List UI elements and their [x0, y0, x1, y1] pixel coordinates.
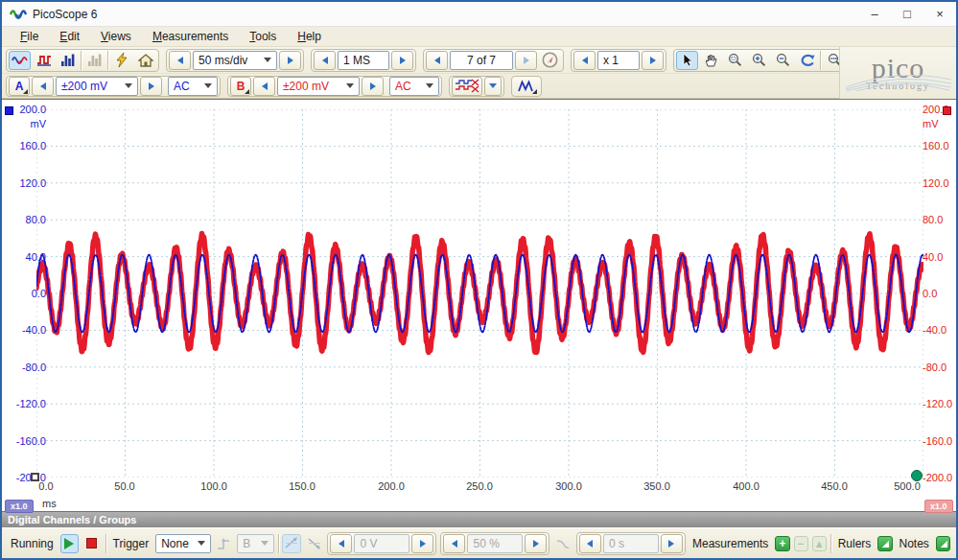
channel-offset-marker-low[interactable] [31, 473, 39, 481]
rulers-toggle-button[interactable] [877, 536, 892, 551]
digital-inputs-button[interactable] [452, 77, 482, 96]
scope-mode-button[interactable] [9, 51, 31, 70]
samples-input[interactable]: 1 MS [338, 51, 389, 70]
x-scale-badge-right[interactable]: x1.0 [924, 500, 953, 513]
holdoff-up-button[interactable] [661, 534, 683, 553]
digital-inputs-group [449, 76, 504, 97]
timebase-select[interactable]: 50 ms/div [193, 51, 277, 70]
buffer-next-button[interactable] [515, 51, 537, 70]
hand-tool-button[interactable] [700, 51, 722, 70]
y-axis-label-right: 200.0 [923, 104, 958, 115]
menu-measurements[interactable]: Measurements [144, 28, 237, 45]
chevron-down-icon [264, 58, 271, 62]
persistence-mode-button[interactable] [33, 51, 55, 70]
trigger-mode-select[interactable]: None [155, 534, 211, 553]
buffer-overview-button[interactable] [539, 51, 561, 70]
zoom-factor-indicator[interactable]: x 1 [597, 51, 640, 70]
menu-edit[interactable]: Edit [51, 28, 88, 45]
close-button[interactable]: × [923, 2, 956, 26]
edit-measurement-button[interactable]: ▲ [812, 536, 827, 551]
digital-inputs-icon [455, 79, 479, 93]
channel-offset-marker-green[interactable] [911, 470, 923, 481]
x-scale-badge-left[interactable]: x1.0 [5, 500, 34, 513]
trigger-level-up-button[interactable] [411, 534, 433, 553]
zoom-in-button[interactable] [748, 51, 770, 70]
notes-toggle-button[interactable] [936, 536, 950, 551]
undo-zoom-button[interactable] [796, 51, 818, 70]
y-axis-label-right: -160.0 [923, 435, 958, 447]
pre-trigger-input[interactable]: 50 % [467, 534, 523, 553]
timebase-increase-button[interactable] [279, 51, 301, 70]
buffer-indicator[interactable]: 7 of 7 [450, 51, 513, 70]
trigger-level-input[interactable]: 0 V [354, 534, 409, 553]
marquee-zoom-icon [728, 53, 742, 67]
channel-a-offset-marker[interactable] [5, 106, 13, 115]
zoom-decrease-button[interactable] [573, 51, 596, 70]
channel-a-range-up-button[interactable] [140, 77, 162, 96]
corner-menu-icon [23, 89, 28, 94]
remove-measurement-button[interactable]: − [794, 536, 808, 551]
holdoff-down-button[interactable] [579, 534, 601, 553]
channel-b-range-select[interactable]: ±200 mV [277, 77, 360, 96]
pre-trigger-up-button[interactable] [525, 534, 547, 553]
pre-trigger-down-button[interactable] [443, 534, 465, 553]
x-axis-label: 400.0 [733, 480, 759, 492]
trigger-level-down-button[interactable] [330, 534, 352, 553]
home-settings-button[interactable] [134, 51, 156, 70]
connect-device-button[interactable] [110, 51, 132, 70]
channel-b-range-up-button[interactable] [362, 77, 384, 96]
channel-b-offset-marker[interactable] [943, 106, 951, 115]
channel-b-button[interactable]: B [230, 77, 251, 96]
stop-capture-button[interactable] [82, 534, 102, 553]
measurements-label: Measurements [689, 537, 771, 550]
scope-canvas[interactable] [36, 109, 923, 478]
corner-menu-icon [532, 89, 537, 94]
timebase-decrease-button[interactable] [169, 51, 191, 70]
add-measurement-button[interactable]: + [775, 536, 789, 551]
rising-edge-trigger-button[interactable] [282, 534, 301, 553]
x-axis-unit: ms [42, 498, 57, 509]
maximize-button[interactable]: □ [891, 2, 923, 26]
menu-tools[interactable]: Tools [241, 28, 285, 45]
math-channels-button[interactable] [514, 77, 539, 96]
samples-increase-button[interactable] [391, 51, 413, 70]
zoom-increase-button[interactable] [642, 51, 664, 70]
marquee-zoom-button[interactable] [724, 51, 746, 70]
scope-view: 200.0 mV 160.0 120.0 80.0 40.0 0.0 -40.0… [2, 99, 956, 511]
channel-a-coupling-select[interactable]: AC [168, 77, 218, 96]
channel-a-range-down-button[interactable] [32, 77, 54, 96]
advanced-trigger-button[interactable] [215, 534, 234, 553]
brand-swoosh [846, 66, 951, 91]
lightning-icon [115, 53, 129, 67]
y-axis-label-right: -200.0 [923, 472, 958, 483]
y-axis-label: -120.0 [2, 398, 46, 409]
buffer-previous-button[interactable] [426, 51, 448, 70]
channel-a-range-select[interactable]: ±200 mV [56, 77, 138, 96]
digital-inputs-menu-button[interactable] [484, 77, 502, 96]
picoscope-window: PicoScope 6 – □ × File Edit Views Measur… [0, 0, 958, 560]
histogram-mode-icon [87, 54, 103, 66]
holdoff-input[interactable]: 0 s [603, 534, 659, 553]
minimize-button[interactable]: – [858, 2, 891, 26]
trigger-source-select[interactable]: B [237, 534, 273, 553]
menu-views[interactable]: Views [92, 28, 140, 45]
spectrum-mode-button[interactable] [57, 51, 79, 70]
histogram-mode-button[interactable] [83, 51, 105, 70]
corner-arrow-icon [879, 538, 890, 548]
app-icon [10, 8, 27, 21]
channel-b-coupling-select[interactable]: AC [389, 77, 439, 96]
samples-decrease-button[interactable] [314, 51, 336, 70]
falling-edge-trigger-button[interactable] [305, 534, 324, 553]
start-capture-button[interactable] [60, 534, 80, 553]
y-axis-label: 80.0 [2, 214, 46, 225]
menu-help[interactable]: Help [289, 28, 330, 45]
zoom-out-button[interactable] [772, 51, 794, 70]
channel-a-coupling-value: AC [174, 80, 190, 93]
digital-channels-bar[interactable]: Digital Channels / Groups [2, 511, 956, 528]
channel-b-range-down-button[interactable] [253, 77, 275, 96]
holdoff-icon-button[interactable] [553, 534, 572, 553]
menu-file[interactable]: File [12, 28, 47, 45]
normal-selection-button[interactable] [676, 51, 698, 70]
channel-a-button[interactable]: A [9, 77, 30, 96]
corner-arrow-icon [938, 538, 948, 548]
